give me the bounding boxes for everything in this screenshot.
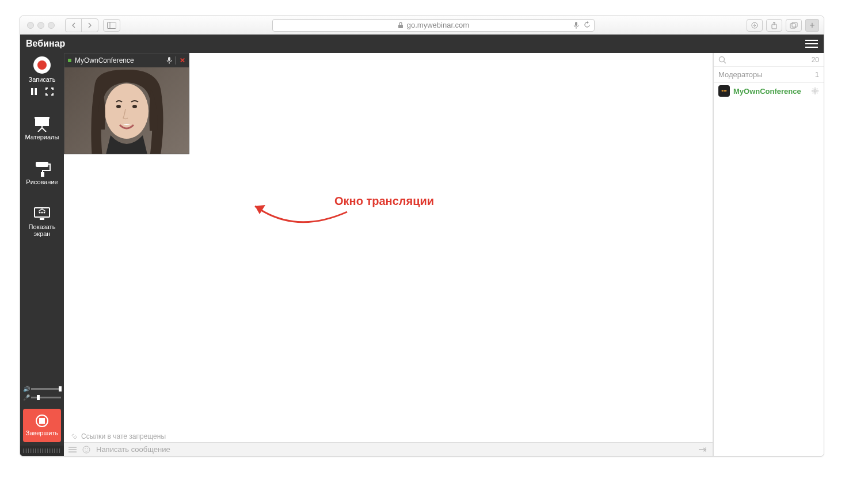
address-bar[interactable]: go.mywebinar.com [272, 19, 595, 32]
chat-menu-icon[interactable] [68, 446, 77, 453]
participants-search[interactable]: 20 [714, 53, 824, 67]
paint-roller-icon [33, 161, 51, 176]
minimize-dot[interactable] [37, 22, 44, 29]
svg-point-34 [719, 56, 725, 62]
svg-rect-16 [36, 162, 48, 167]
fullscreen-icon[interactable] [45, 88, 54, 96]
svg-point-33 [87, 448, 88, 449]
share-icon[interactable] [766, 19, 782, 32]
svg-line-15 [42, 128, 46, 132]
svg-point-25 [105, 83, 149, 139]
mic-slider[interactable]: 🎤 [23, 394, 61, 401]
speaker-icon: 🔊 [23, 386, 29, 392]
easel-icon [33, 116, 51, 131]
timeline [20, 446, 64, 456]
chat-hint: Ссылки в чате запрещены [64, 431, 713, 442]
close-stream-icon[interactable]: ✕ [180, 56, 185, 64]
toolbar-right: + [747, 19, 819, 32]
share-screen-label-1: Показать [29, 223, 56, 230]
svg-point-31 [83, 446, 90, 453]
sidebar-toggle-icon[interactable] [103, 19, 120, 32]
materials-button[interactable]: Материалы [25, 116, 59, 140]
tabs-icon[interactable] [786, 19, 802, 32]
record-button[interactable] [33, 56, 51, 74]
moderators-header[interactable]: Модераторы 1 [714, 67, 824, 83]
participants-count: 20 [812, 56, 819, 64]
participant-row[interactable]: ••• MyOwnConference [714, 83, 824, 99]
maximize-dot[interactable] [48, 22, 55, 29]
presenter-avatar [75, 67, 178, 154]
stream-video [64, 67, 189, 154]
pause-icon[interactable] [31, 88, 37, 96]
svg-point-22 [43, 212, 45, 214]
svg-rect-3 [575, 22, 577, 26]
stream-mic-icon[interactable] [166, 56, 172, 64]
svg-line-41 [813, 89, 813, 89]
search-icon [718, 56, 726, 64]
share-screen-icon [33, 206, 51, 221]
svg-rect-12 [35, 117, 50, 119]
chat-hint-text: Ссылки в чате запрещены [81, 432, 166, 440]
participant-name: MyOwnConference [733, 87, 808, 96]
send-icon[interactable] [698, 446, 708, 453]
svg-point-21 [41, 212, 43, 214]
menu-icon[interactable] [805, 40, 818, 48]
nav-back-forward[interactable] [65, 18, 98, 32]
emoji-icon[interactable] [82, 446, 90, 454]
gear-icon[interactable] [811, 87, 819, 95]
mic-icon[interactable] [573, 21, 579, 29]
back-icon[interactable] [66, 19, 82, 32]
drawing-button[interactable]: Рисование [26, 161, 58, 185]
forward-icon[interactable] [82, 19, 98, 32]
new-tab-button[interactable]: + [805, 19, 819, 32]
svg-point-20 [39, 212, 40, 214]
svg-line-43 [813, 93, 813, 93]
share-screen-label-2: экран [34, 230, 51, 237]
audio-sliders: 🔊 🎤 [23, 381, 61, 405]
annotation-label: Окно трансляции [334, 195, 434, 208]
browser-window: go.mywebinar.com + [20, 16, 824, 457]
main-area: MyOwnConference ✕ [64, 53, 713, 456]
svg-point-32 [85, 448, 86, 449]
status-indicator-icon [68, 59, 71, 62]
chat-placeholder[interactable]: Написать сообщение [96, 445, 692, 454]
lock-icon [398, 22, 403, 29]
browser-titlebar: go.mywebinar.com + [20, 16, 824, 35]
speaker-slider[interactable]: 🔊 [23, 386, 61, 392]
link-icon [71, 433, 78, 440]
finish-label: Завершить [26, 429, 58, 436]
window-controls[interactable] [27, 22, 55, 29]
close-dot[interactable] [27, 22, 34, 29]
brand-label: Вебинар [26, 39, 65, 49]
downloads-icon[interactable] [747, 19, 763, 32]
record-block[interactable]: Записать [28, 56, 55, 96]
reload-icon[interactable] [584, 21, 591, 29]
record-label: Записать [28, 76, 55, 83]
microphone-icon: 🎤 [23, 394, 29, 401]
app-header: Вебинар [20, 35, 824, 53]
svg-point-26 [116, 105, 121, 108]
finish-button[interactable]: Завершить [23, 409, 61, 442]
stream-window[interactable]: MyOwnConference ✕ [64, 53, 189, 154]
share-screen-button[interactable]: Показать экран [29, 206, 56, 237]
moderators-count: 1 [815, 70, 819, 79]
materials-label: Материалы [25, 134, 59, 140]
svg-rect-11 [35, 118, 49, 126]
participants-panel: 20 Модераторы 1 ••• MyOwnConference [713, 53, 824, 456]
moderators-label: Модераторы [718, 70, 763, 79]
svg-rect-2 [398, 25, 403, 28]
left-sidebar: Записать Материалы [20, 53, 64, 456]
address-bar-wrap: go.mywebinar.com [120, 19, 747, 32]
svg-line-35 [724, 61, 726, 63]
svg-point-36 [814, 90, 816, 92]
drawing-label: Рисование [26, 178, 58, 185]
stream-title: MyOwnConference [75, 56, 134, 64]
svg-rect-10 [35, 88, 37, 95]
chat-input-bar[interactable]: Написать сообщение [64, 442, 713, 456]
url-text: go.mywebinar.com [407, 21, 469, 29]
addr-right [573, 21, 591, 29]
svg-rect-0 [108, 22, 116, 28]
svg-rect-8 [792, 22, 797, 27]
svg-line-14 [38, 128, 42, 132]
annotation-arrow-icon [192, 177, 353, 235]
